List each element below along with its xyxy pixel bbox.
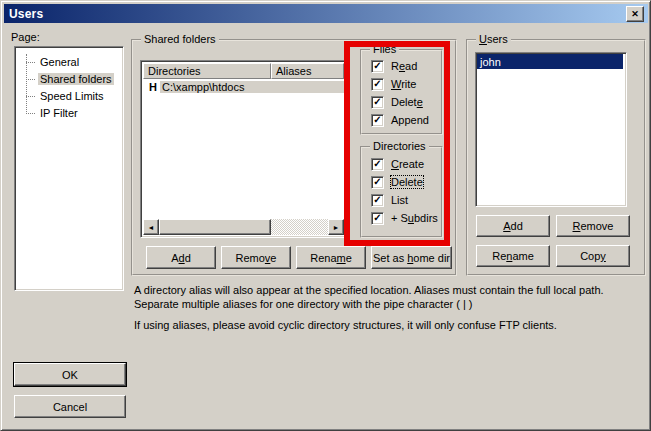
users-group: Users john Add Remove Rename Copy <box>466 39 646 276</box>
column-header-directories[interactable]: Directories <box>143 63 271 79</box>
close-icon: ✕ <box>631 10 639 19</box>
check-icon: ✓ <box>373 213 381 223</box>
directories-list[interactable]: Directories Aliases H C:\xampp\htdocs ◄ … <box>140 60 347 238</box>
check-icon: ✓ <box>373 195 381 205</box>
user-name: john <box>480 56 501 68</box>
scroll-left-icon: ◄ <box>148 224 155 231</box>
cancel-button[interactable]: Cancel <box>14 395 126 418</box>
check-icon: ✓ <box>373 177 381 187</box>
files-write-row: ✓ Write <box>371 77 416 91</box>
directories-list-header: Directories Aliases <box>143 63 344 79</box>
files-permissions-group: Files ✓ Read ✓ Write ✓ Delete ✓ Append <box>360 49 443 135</box>
files-append-row: ✓ Append <box>371 113 429 127</box>
users-list[interactable]: john <box>475 52 627 207</box>
users-dialog: Users ✕ Page: General Shared folders Spe… <box>0 0 651 431</box>
user-rename-label: Rename <box>492 250 534 262</box>
tree-item-label: Speed Limits <box>38 90 106 102</box>
tree-item-label: General <box>38 56 81 68</box>
page-tree-inner: General Shared folders Speed Limits IP F… <box>17 49 121 288</box>
sidebar-item-shared-folders[interactable]: Shared folders <box>17 71 114 87</box>
append-label: Append <box>391 114 429 126</box>
folder-add-label: Add <box>171 252 191 264</box>
set-home-dir-button[interactable]: Set as home dir <box>371 246 452 269</box>
read-label: Read <box>391 60 417 72</box>
sidebar-item-speed-limits[interactable]: Speed Limits <box>17 88 106 104</box>
ok-label: OK <box>62 369 78 381</box>
ok-button[interactable]: OK <box>14 363 126 386</box>
folder-remove-button[interactable]: Remove <box>221 246 291 269</box>
user-remove-label: Remove <box>573 220 614 232</box>
alias-note-1: A directory alias will also appear at th… <box>134 283 649 311</box>
horizontal-scrollbar[interactable]: ◄ ► <box>143 219 344 235</box>
list-label: List <box>391 194 408 206</box>
directory-path: C:\xampp\htdocs <box>160 81 344 93</box>
create-checkbox[interactable]: ✓ <box>371 158 384 171</box>
shared-folders-legend: Shared folders <box>141 33 219 46</box>
sidebar-item-ip-filter[interactable]: IP Filter <box>17 105 80 121</box>
file-delete-label: Delete <box>391 96 423 108</box>
user-add-label: Add <box>503 220 523 232</box>
directories-permissions-group: Directories ✓ Create ✓ Delete ✓ List ✓ +… <box>360 146 443 238</box>
users-legend: Users <box>476 33 511 46</box>
dir-delete-checkbox[interactable]: ✓ <box>371 176 384 189</box>
append-checkbox[interactable]: ✓ <box>371 114 384 127</box>
user-remove-button[interactable]: Remove <box>556 215 630 237</box>
files-legend: Files <box>370 43 399 56</box>
dir-delete-label: Delete <box>391 176 423 188</box>
folder-remove-label: Remove <box>236 252 277 264</box>
user-add-button[interactable]: Add <box>476 215 550 237</box>
user-copy-label: Copy <box>580 250 606 262</box>
tree-branch-icon <box>26 96 35 97</box>
alias-note-2: If using aliases, please avoid cyclic di… <box>134 318 649 332</box>
subdirs-label: + Subdirs <box>391 212 438 224</box>
folder-add-button[interactable]: Add <box>146 246 216 269</box>
set-home-dir-label: Set as home dir <box>373 252 450 264</box>
check-icon: ✓ <box>373 115 381 125</box>
scroll-right-icon: ► <box>333 224 340 231</box>
tree-branch-icon <box>26 79 35 80</box>
write-checkbox[interactable]: ✓ <box>371 78 384 91</box>
scrollbar-thumb[interactable] <box>159 219 271 235</box>
scroll-left-button[interactable]: ◄ <box>143 219 159 235</box>
tree-item-label: IP Filter <box>38 107 80 119</box>
directories-legend: Directories <box>370 140 429 153</box>
page-tree: General Shared folders Speed Limits IP F… <box>14 46 124 291</box>
titlebar[interactable]: Users ✕ <box>4 4 648 23</box>
cancel-label: Cancel <box>53 401 87 413</box>
dir-list-row: ✓ List <box>371 193 408 207</box>
dir-create-row: ✓ Create <box>371 157 424 171</box>
user-rename-button[interactable]: Rename <box>476 245 550 267</box>
check-icon: ✓ <box>373 61 381 71</box>
alias-notes: A directory alias will also appear at th… <box>134 283 649 339</box>
close-button[interactable]: ✕ <box>626 6 644 22</box>
dir-delete-row: ✓ Delete <box>371 175 423 189</box>
check-icon: ✓ <box>373 79 381 89</box>
page-label: Page: <box>11 31 40 43</box>
directory-row[interactable]: H C:\xampp\htdocs <box>143 79 344 94</box>
write-label: Write <box>391 78 416 90</box>
folder-rename-button[interactable]: Rename <box>296 246 366 269</box>
user-item-john[interactable]: john <box>477 54 623 69</box>
folder-rename-label: Rename <box>310 252 352 264</box>
sidebar-item-general[interactable]: General <box>17 54 81 70</box>
check-icon: ✓ <box>373 159 381 169</box>
tree-branch-icon <box>26 62 35 63</box>
files-delete-row: ✓ Delete <box>371 95 423 109</box>
tree-branch-icon <box>26 113 35 114</box>
dir-subdirs-row: ✓ + Subdirs <box>371 211 438 225</box>
user-copy-button[interactable]: Copy <box>556 245 630 267</box>
scroll-right-button[interactable]: ► <box>328 219 344 235</box>
window-title: Users <box>4 7 43 21</box>
file-delete-checkbox[interactable]: ✓ <box>371 96 384 109</box>
tree-item-label: Shared folders <box>38 73 114 85</box>
create-label: Create <box>391 158 424 170</box>
read-checkbox[interactable]: ✓ <box>371 60 384 73</box>
files-read-row: ✓ Read <box>371 59 417 73</box>
subdirs-checkbox[interactable]: ✓ <box>371 212 384 225</box>
list-checkbox[interactable]: ✓ <box>371 194 384 207</box>
home-dir-flag: H <box>143 81 160 93</box>
check-icon: ✓ <box>373 97 381 107</box>
column-header-aliases[interactable]: Aliases <box>271 63 344 79</box>
